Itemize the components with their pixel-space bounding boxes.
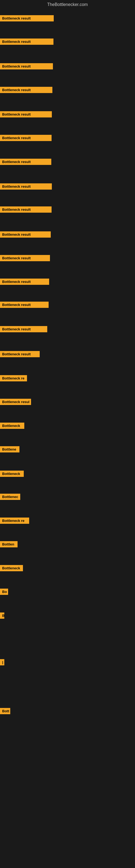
bottleneck-result-item[interactable]: Bott xyxy=(0,708,10,714)
bottleneck-result-item[interactable]: Bottleneck result xyxy=(0,302,49,308)
bottleneck-result-item[interactable]: Bottlen xyxy=(0,541,17,547)
bottleneck-result-item[interactable]: Bottleneck result xyxy=(0,279,49,285)
bottleneck-result-item[interactable]: | xyxy=(0,659,4,665)
bottleneck-result-item[interactable]: Bottleneck result xyxy=(0,15,54,22)
bottleneck-result-item[interactable]: Bottleneck result xyxy=(0,326,47,332)
site-title: TheBottlenecker.com xyxy=(0,0,135,9)
bottleneck-result-item[interactable]: Bottleneck xyxy=(0,565,23,571)
bottleneck-result-item[interactable]: Bottleneck result xyxy=(0,38,53,45)
bottleneck-result-item[interactable]: Bottleneck re xyxy=(0,518,29,524)
bottleneck-result-item[interactable]: Bottleneck result xyxy=(0,183,52,190)
bottleneck-result-item[interactable]: Bottleneck re xyxy=(0,375,27,381)
bottleneck-result-item[interactable]: Bottleneck result xyxy=(0,111,52,118)
bottleneck-result-item[interactable]: Bottleneck result xyxy=(0,63,53,69)
bottleneck-result-item[interactable]: Bottleneck result xyxy=(0,159,51,165)
bottleneck-result-item[interactable]: Bottleneck result xyxy=(0,231,51,238)
bottleneck-result-item[interactable]: Bottleneck result xyxy=(0,351,40,357)
bottleneck-result-item[interactable]: Bottleneck resul xyxy=(0,399,31,405)
bottleneck-result-item[interactable]: Bottleneck xyxy=(0,423,24,429)
bottleneck-result-item[interactable]: Bottleneck result xyxy=(0,255,50,261)
bottleneck-result-item[interactable]: Bottleneck xyxy=(0,471,24,477)
bottleneck-result-item[interactable]: Bottleneck result xyxy=(0,135,52,141)
bottleneck-result-item[interactable]: Bottleneck result xyxy=(0,207,52,213)
bottleneck-result-item[interactable]: Bottlene xyxy=(0,446,19,453)
bottleneck-result-item[interactable]: Bottleneck result xyxy=(0,87,52,93)
bottleneck-result-item[interactable]: Bo xyxy=(0,589,8,595)
bottleneck-result-item[interactable]: Bottlenec xyxy=(0,494,20,500)
bottleneck-result-item[interactable]: B xyxy=(0,613,4,619)
